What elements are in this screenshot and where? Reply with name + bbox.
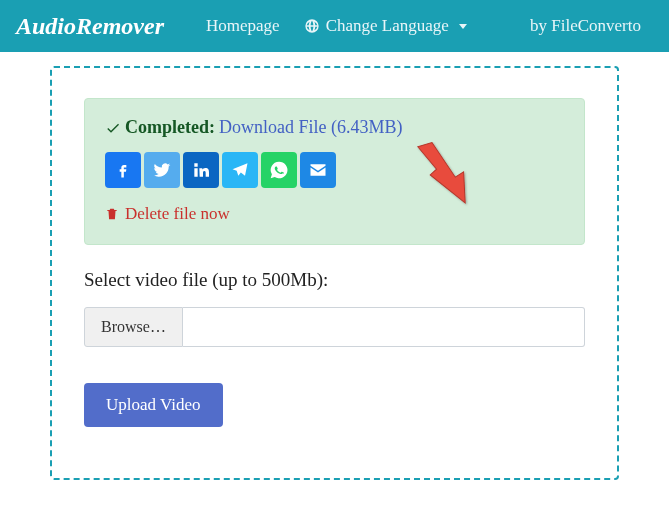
delete-file-link[interactable]: Delete file now <box>105 204 564 224</box>
nav-by-fileconverto[interactable]: by FileConverto <box>530 16 641 36</box>
chevron-down-icon <box>459 24 467 29</box>
twitter-share-button[interactable] <box>144 152 180 188</box>
email-share-button[interactable] <box>300 152 336 188</box>
nav-homepage[interactable]: Homepage <box>206 16 280 36</box>
trash-icon <box>105 207 119 221</box>
facebook-share-button[interactable] <box>105 152 141 188</box>
linkedin-share-button[interactable] <box>183 152 219 188</box>
browse-button[interactable]: Browse… <box>84 307 183 347</box>
file-name-field[interactable] <box>183 307 585 347</box>
download-file-link[interactable]: Download File (6.43MB) <box>219 117 403 138</box>
upload-panel: Completed: Download File (6.43MB) <box>50 66 619 480</box>
change-language-label: Change Language <box>326 16 449 36</box>
social-share-row <box>105 152 564 188</box>
nav-change-language[interactable]: Change Language <box>304 16 467 36</box>
whatsapp-share-button[interactable] <box>261 152 297 188</box>
file-input-row: Browse… <box>84 307 585 347</box>
navbar: AudioRemover Homepage Change Language by… <box>0 0 669 52</box>
upload-video-button[interactable]: Upload Video <box>84 383 223 427</box>
check-icon <box>105 120 121 136</box>
telegram-share-button[interactable] <box>222 152 258 188</box>
success-alert: Completed: Download File (6.43MB) <box>84 98 585 245</box>
content-wrap: Completed: Download File (6.43MB) <box>0 52 669 480</box>
logo[interactable]: AudioRemover <box>16 13 164 40</box>
completed-line: Completed: Download File (6.43MB) <box>105 117 564 138</box>
globe-icon <box>304 18 320 34</box>
delete-file-label: Delete file now <box>125 204 230 224</box>
select-file-label: Select video file (up to 500Mb): <box>84 269 585 291</box>
completed-label: Completed: <box>125 117 215 138</box>
